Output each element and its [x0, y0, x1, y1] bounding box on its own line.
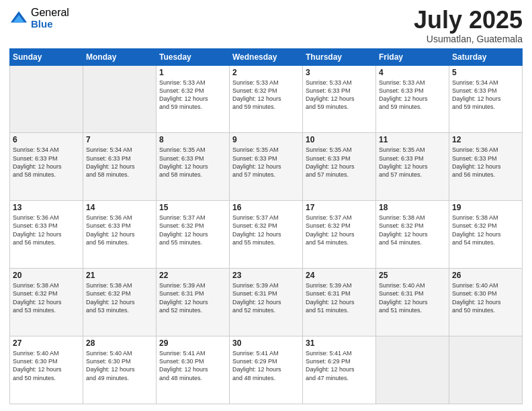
- day-info: Sunrise: 5:36 AM Sunset: 6:33 PM Dayligh…: [13, 214, 80, 246]
- day-info: Sunrise: 5:34 AM Sunset: 6:33 PM Dayligh…: [86, 146, 153, 179]
- day-number: 10: [306, 135, 373, 144]
- day-number: 4: [379, 68, 446, 77]
- table-row: 2Sunrise: 5:33 AM Sunset: 6:32 PM Daylig…: [230, 65, 303, 133]
- day-info: Sunrise: 5:36 AM Sunset: 6:33 PM Dayligh…: [86, 214, 153, 246]
- calendar-table: Sunday Monday Tuesday Wednesday Thursday…: [9, 48, 523, 404]
- day-info: Sunrise: 5:34 AM Sunset: 6:33 PM Dayligh…: [13, 146, 80, 179]
- header-row: Sunday Monday Tuesday Wednesday Thursday…: [10, 48, 523, 65]
- table-row: 10Sunrise: 5:35 AM Sunset: 6:33 PM Dayli…: [303, 133, 376, 201]
- table-row: 17Sunrise: 5:37 AM Sunset: 6:32 PM Dayli…: [303, 201, 376, 269]
- day-info: Sunrise: 5:38 AM Sunset: 6:32 PM Dayligh…: [13, 281, 80, 314]
- table-row: 19Sunrise: 5:38 AM Sunset: 6:32 PM Dayli…: [449, 201, 523, 269]
- day-info: Sunrise: 5:41 AM Sunset: 6:30 PM Dayligh…: [159, 349, 226, 382]
- day-info: Sunrise: 5:41 AM Sunset: 6:29 PM Dayligh…: [306, 349, 373, 382]
- table-row: 27Sunrise: 5:40 AM Sunset: 6:30 PM Dayli…: [10, 336, 83, 404]
- day-number: 14: [86, 203, 153, 212]
- day-number: 1: [159, 68, 226, 77]
- day-info: Sunrise: 5:38 AM Sunset: 6:32 PM Dayligh…: [452, 214, 519, 246]
- day-info: Sunrise: 5:33 AM Sunset: 6:32 PM Dayligh…: [159, 79, 226, 111]
- calendar-page: General Blue July 2025 Usumatlan, Guatem…: [0, 0, 532, 411]
- day-info: Sunrise: 5:40 AM Sunset: 6:30 PM Dayligh…: [86, 349, 153, 382]
- day-number: 20: [13, 271, 80, 280]
- col-thursday: Thursday: [303, 48, 376, 65]
- table-row: 14Sunrise: 5:36 AM Sunset: 6:33 PM Dayli…: [83, 201, 157, 269]
- day-number: 18: [379, 203, 446, 212]
- day-number: 3: [306, 68, 373, 77]
- day-number: 9: [232, 135, 300, 144]
- logo-general: General: [31, 7, 69, 19]
- table-row: 9Sunrise: 5:35 AM Sunset: 6:33 PM Daylig…: [230, 133, 303, 201]
- day-number: 5: [452, 68, 519, 77]
- col-monday: Monday: [83, 48, 157, 65]
- day-number: 31: [306, 338, 373, 348]
- table-row: 29Sunrise: 5:41 AM Sunset: 6:30 PM Dayli…: [157, 336, 230, 404]
- table-row: 8Sunrise: 5:35 AM Sunset: 6:33 PM Daylig…: [157, 133, 230, 201]
- day-number: 29: [159, 338, 226, 348]
- day-number: 16: [232, 203, 300, 212]
- day-info: Sunrise: 5:39 AM Sunset: 6:31 PM Dayligh…: [159, 281, 226, 314]
- day-number: 7: [86, 135, 153, 144]
- table-row: 18Sunrise: 5:38 AM Sunset: 6:32 PM Dayli…: [376, 201, 449, 269]
- day-number: 2: [232, 68, 300, 77]
- table-row: 12Sunrise: 5:36 AM Sunset: 6:33 PM Dayli…: [449, 133, 523, 201]
- logo-text: General Blue: [31, 7, 69, 30]
- header: General Blue July 2025 Usumatlan, Guatem…: [9, 7, 523, 44]
- day-info: Sunrise: 5:34 AM Sunset: 6:33 PM Dayligh…: [452, 79, 519, 111]
- table-row: 31Sunrise: 5:41 AM Sunset: 6:29 PM Dayli…: [303, 336, 376, 404]
- day-info: Sunrise: 5:40 AM Sunset: 6:30 PM Dayligh…: [13, 349, 80, 382]
- day-number: 27: [13, 338, 80, 348]
- title-block: July 2025 Usumatlan, Guatemala: [414, 7, 523, 44]
- logo-blue: Blue: [31, 19, 69, 30]
- day-info: Sunrise: 5:35 AM Sunset: 6:33 PM Dayligh…: [306, 146, 373, 179]
- col-wednesday: Wednesday: [230, 48, 303, 65]
- day-info: Sunrise: 5:37 AM Sunset: 6:32 PM Dayligh…: [159, 214, 226, 246]
- table-row: [449, 336, 523, 404]
- table-row: 3Sunrise: 5:33 AM Sunset: 6:33 PM Daylig…: [303, 65, 376, 133]
- day-info: Sunrise: 5:38 AM Sunset: 6:32 PM Dayligh…: [379, 214, 446, 246]
- table-row: [10, 65, 83, 133]
- day-number: 8: [159, 135, 226, 144]
- table-row: 11Sunrise: 5:35 AM Sunset: 6:33 PM Dayli…: [376, 133, 449, 201]
- calendar-week-4: 20Sunrise: 5:38 AM Sunset: 6:32 PM Dayli…: [10, 269, 523, 336]
- day-info: Sunrise: 5:33 AM Sunset: 6:33 PM Dayligh…: [379, 79, 446, 111]
- day-info: Sunrise: 5:35 AM Sunset: 6:33 PM Dayligh…: [379, 146, 446, 179]
- day-info: Sunrise: 5:33 AM Sunset: 6:33 PM Dayligh…: [306, 79, 373, 111]
- day-number: 12: [452, 135, 519, 144]
- table-row: 21Sunrise: 5:38 AM Sunset: 6:32 PM Dayli…: [83, 269, 157, 336]
- table-row: 20Sunrise: 5:38 AM Sunset: 6:32 PM Dayli…: [10, 269, 83, 336]
- table-row: 5Sunrise: 5:34 AM Sunset: 6:33 PM Daylig…: [449, 65, 523, 133]
- day-info: Sunrise: 5:39 AM Sunset: 6:31 PM Dayligh…: [232, 281, 300, 314]
- day-number: 21: [86, 271, 153, 280]
- table-row: 16Sunrise: 5:37 AM Sunset: 6:32 PM Dayli…: [230, 201, 303, 269]
- day-number: 11: [379, 135, 446, 144]
- col-saturday: Saturday: [449, 48, 523, 65]
- table-row: 25Sunrise: 5:40 AM Sunset: 6:31 PM Dayli…: [376, 269, 449, 336]
- day-number: 22: [159, 271, 226, 280]
- day-info: Sunrise: 5:35 AM Sunset: 6:33 PM Dayligh…: [159, 146, 226, 179]
- table-row: [83, 65, 157, 133]
- calendar-week-2: 6Sunrise: 5:34 AM Sunset: 6:33 PM Daylig…: [10, 133, 523, 201]
- day-info: Sunrise: 5:39 AM Sunset: 6:31 PM Dayligh…: [306, 281, 373, 314]
- table-row: 22Sunrise: 5:39 AM Sunset: 6:31 PM Dayli…: [157, 269, 230, 336]
- table-row: 30Sunrise: 5:41 AM Sunset: 6:29 PM Dayli…: [230, 336, 303, 404]
- day-number: 26: [452, 271, 519, 280]
- day-info: Sunrise: 5:37 AM Sunset: 6:32 PM Dayligh…: [306, 214, 373, 246]
- table-row: 28Sunrise: 5:40 AM Sunset: 6:30 PM Dayli…: [83, 336, 157, 404]
- col-tuesday: Tuesday: [157, 48, 230, 65]
- day-info: Sunrise: 5:36 AM Sunset: 6:33 PM Dayligh…: [452, 146, 519, 179]
- table-row: [376, 336, 449, 404]
- day-number: 19: [452, 203, 519, 212]
- table-row: 7Sunrise: 5:34 AM Sunset: 6:33 PM Daylig…: [83, 133, 157, 201]
- col-friday: Friday: [376, 48, 449, 65]
- day-number: 25: [379, 271, 446, 280]
- day-info: Sunrise: 5:41 AM Sunset: 6:29 PM Dayligh…: [232, 349, 300, 382]
- table-row: 4Sunrise: 5:33 AM Sunset: 6:33 PM Daylig…: [376, 65, 449, 133]
- day-info: Sunrise: 5:40 AM Sunset: 6:31 PM Dayligh…: [379, 281, 446, 314]
- day-number: 24: [306, 271, 373, 280]
- table-row: 1Sunrise: 5:33 AM Sunset: 6:32 PM Daylig…: [157, 65, 230, 133]
- calendar-week-3: 13Sunrise: 5:36 AM Sunset: 6:33 PM Dayli…: [10, 201, 523, 269]
- day-info: Sunrise: 5:38 AM Sunset: 6:32 PM Dayligh…: [86, 281, 153, 314]
- location: Usumatlan, Guatemala: [414, 34, 523, 44]
- col-sunday: Sunday: [10, 48, 83, 65]
- day-number: 23: [232, 271, 300, 280]
